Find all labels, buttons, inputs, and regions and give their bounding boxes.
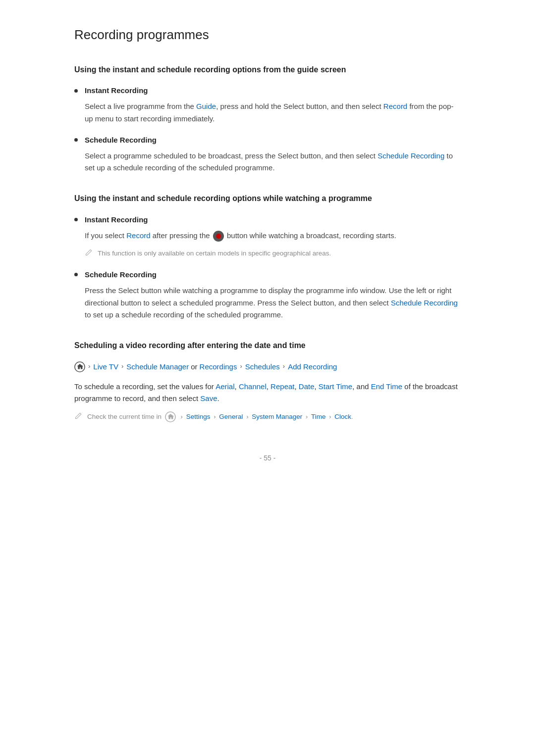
end-time-link[interactable]: End Time: [371, 382, 402, 391]
note-chevron-5: ›: [329, 413, 331, 420]
recordings-link[interactable]: Recordings: [200, 361, 237, 373]
home-icon-2: [165, 411, 176, 422]
home-icon: [74, 361, 85, 372]
section2-instant-recording: Instant Recording If you select Record a…: [74, 214, 461, 260]
chevron-3: ›: [240, 361, 242, 372]
bullet-dot-2: [74, 138, 78, 142]
schedule-recording-link-2[interactable]: Schedule Recording: [391, 299, 458, 307]
section2-instant-recording-content: If you select Record after pressing the …: [85, 230, 461, 260]
schedule-manager-link[interactable]: Schedule Manager: [126, 361, 189, 373]
note-chevron-4: ›: [306, 413, 308, 420]
record-link-2[interactable]: Record: [126, 231, 150, 240]
section1-heading: Using the instant and schedule recording…: [74, 63, 461, 76]
record-link-1[interactable]: Record: [383, 102, 407, 110]
nav-path: › Live TV › Schedule Manager or Recordin…: [74, 361, 461, 373]
bullet-dot-4: [74, 273, 78, 276]
bullet-dot-3: [74, 218, 78, 221]
section1-instant-recording-label: Instant Recording: [74, 85, 461, 97]
time-link[interactable]: Time: [311, 413, 326, 420]
channel-link[interactable]: Channel: [239, 382, 267, 391]
repeat-link[interactable]: Repeat: [270, 382, 294, 391]
settings-link[interactable]: Settings: [186, 413, 211, 420]
section2-schedule-recording-label: Schedule Recording: [74, 269, 461, 281]
schedule-recording-link-1[interactable]: Schedule Recording: [377, 151, 444, 160]
section2-schedule-recording-content: Press the Select button while watching a…: [85, 285, 461, 321]
record-button-inner: [216, 234, 221, 239]
record-button-icon: [213, 231, 224, 242]
section3-note: Check the current time in › Settings › G…: [74, 411, 461, 423]
nav-or-text: or: [191, 361, 197, 373]
section2-instant-note: This function is only available on certa…: [85, 248, 461, 260]
aerial-link[interactable]: Aerial: [215, 382, 234, 391]
system-manager-link[interactable]: System Manager: [252, 413, 302, 420]
section2-heading: Using the instant and schedule recording…: [74, 192, 461, 205]
chevron-1: ›: [88, 361, 90, 372]
note-chevron-1: ›: [181, 413, 183, 420]
section1-instant-recording: Instant Recording Select a live programm…: [74, 85, 461, 125]
pencil-icon: [85, 249, 93, 260]
schedules-link[interactable]: Schedules: [245, 361, 280, 373]
section1-schedule-recording-content: Select a programme scheduled to be broad…: [85, 150, 461, 175]
section3-heading: Scheduling a video recording after enter…: [74, 339, 461, 352]
chevron-2: ›: [121, 361, 123, 372]
guide-link[interactable]: Guide: [196, 102, 216, 110]
chevron-4: ›: [283, 361, 285, 372]
add-recording-link[interactable]: Add Recording: [288, 361, 337, 373]
section3-description: To schedule a recording, set the values …: [74, 381, 461, 404]
live-tv-link[interactable]: Live TV: [93, 361, 118, 373]
clock-link[interactable]: Clock: [334, 413, 351, 420]
page-footer: - 55 -: [74, 453, 461, 463]
section2-schedule-recording: Schedule Recording Press the Select butt…: [74, 269, 461, 321]
note-chevron-2: ›: [214, 413, 215, 420]
bullet-dot-1: [74, 89, 78, 93]
note-chevron-3: ›: [246, 413, 248, 420]
save-link[interactable]: Save: [200, 394, 217, 403]
page-title: Recording programmes: [74, 25, 461, 46]
pencil-icon-2: [74, 412, 82, 423]
general-link[interactable]: General: [219, 413, 243, 420]
section1-schedule-recording-label: Schedule Recording: [74, 134, 461, 146]
section1-instant-recording-content: Select a live programme from the Guide, …: [85, 101, 461, 125]
section1-schedule-recording: Schedule Recording Select a programme sc…: [74, 134, 461, 175]
start-time-link[interactable]: Start Time: [319, 382, 352, 391]
date-link[interactable]: Date: [299, 382, 315, 391]
section2-instant-recording-label: Instant Recording: [74, 214, 461, 226]
